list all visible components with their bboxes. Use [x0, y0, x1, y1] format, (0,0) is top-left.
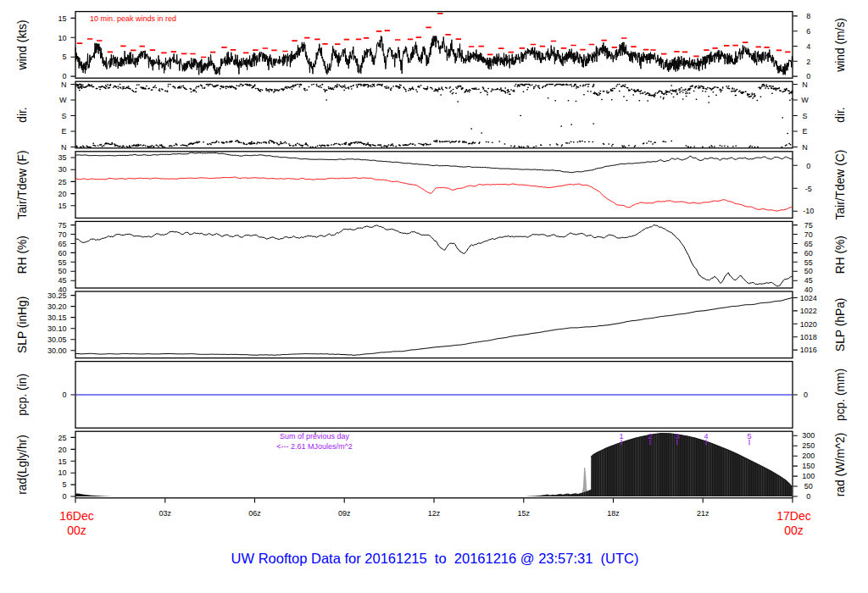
- svg-text:-10: -10: [803, 207, 814, 215]
- svg-text:1022: 1022: [800, 307, 817, 315]
- svg-text:2: 2: [806, 58, 810, 66]
- svg-text:25: 25: [58, 178, 66, 186]
- svg-text:10 min. peak winds in red: 10 min. peak winds in red: [90, 14, 176, 23]
- svg-text:1016: 1016: [800, 346, 817, 354]
- svg-text:0: 0: [806, 492, 810, 501]
- svg-text:16Dec: 16Dec: [59, 509, 93, 523]
- svg-text:5: 5: [747, 432, 751, 441]
- svg-text:E: E: [802, 127, 807, 136]
- svg-text:UW Rooftop Data for 20161215: UW Rooftop Data for 20161215 to 20161216…: [231, 551, 639, 566]
- svg-text:RH (%): RH (%): [834, 236, 847, 274]
- svg-text:Sum of previous day: Sum of previous day: [280, 432, 350, 441]
- svg-text:0: 0: [804, 391, 808, 399]
- svg-text:wind (m/s): wind (m/s): [834, 18, 847, 73]
- svg-text:0: 0: [62, 391, 66, 399]
- svg-text:6: 6: [806, 27, 810, 36]
- svg-text:rad(Lgly/hr): rad(Lgly/hr): [16, 435, 29, 495]
- svg-text:50: 50: [804, 267, 813, 275]
- svg-text:N: N: [802, 143, 808, 152]
- svg-text:60: 60: [804, 249, 813, 258]
- svg-text:SLP (inHg): SLP (inHg): [16, 296, 29, 353]
- svg-text:65: 65: [58, 240, 66, 248]
- svg-text:15: 15: [58, 14, 66, 23]
- svg-text:rad (W/m^2): rad (W/m^2): [834, 433, 847, 496]
- svg-text:dir.: dir.: [834, 107, 847, 122]
- svg-text:N: N: [802, 80, 808, 89]
- svg-text:75: 75: [804, 221, 813, 230]
- svg-text:S: S: [802, 112, 807, 120]
- svg-text:20: 20: [58, 446, 66, 454]
- svg-text:17Dec: 17Dec: [776, 509, 810, 523]
- svg-text:10: 10: [58, 34, 66, 42]
- svg-text:55: 55: [804, 258, 813, 267]
- svg-text:150: 150: [802, 462, 815, 470]
- svg-text:1024: 1024: [800, 294, 817, 302]
- svg-text:30.25: 30.25: [47, 291, 67, 300]
- svg-text:dir.: dir.: [16, 107, 29, 122]
- svg-text:30.00: 30.00: [47, 346, 67, 355]
- svg-text:4: 4: [704, 432, 708, 441]
- svg-text:Tair/Tdew (F): Tair/Tdew (F): [16, 150, 29, 219]
- svg-text:1020: 1020: [800, 320, 817, 329]
- svg-text:pcp. (mm): pcp. (mm): [834, 369, 847, 421]
- svg-text:0: 0: [62, 492, 66, 501]
- svg-text:300: 300: [802, 431, 815, 440]
- svg-text:70: 70: [804, 230, 813, 239]
- svg-text:20: 20: [58, 190, 66, 198]
- svg-text:E: E: [61, 127, 66, 136]
- svg-text:RH (%): RH (%): [16, 236, 29, 274]
- svg-text:wind (kts): wind (kts): [16, 19, 29, 70]
- svg-text:SLP (hPa): SLP (hPa): [834, 298, 847, 352]
- svg-text:03z: 03z: [159, 509, 172, 518]
- svg-text:00z: 00z: [67, 524, 86, 537]
- svg-text:N: N: [61, 80, 67, 89]
- svg-text:65: 65: [804, 240, 813, 248]
- svg-text:18z: 18z: [607, 509, 620, 518]
- svg-text:60: 60: [58, 249, 66, 258]
- svg-text:8: 8: [806, 12, 810, 20]
- svg-text:1018: 1018: [800, 333, 817, 341]
- svg-text:09z: 09z: [338, 509, 351, 518]
- svg-text:N: N: [61, 143, 67, 152]
- svg-text:00z: 00z: [784, 524, 804, 537]
- svg-text:75: 75: [58, 221, 66, 230]
- svg-text:55: 55: [58, 258, 66, 267]
- svg-text:21z: 21z: [697, 509, 709, 518]
- svg-text:200: 200: [802, 452, 815, 460]
- svg-text:4: 4: [806, 42, 810, 51]
- svg-text:W: W: [801, 96, 809, 104]
- svg-text:1: 1: [619, 432, 623, 441]
- svg-text:50: 50: [58, 267, 66, 275]
- svg-text:-5: -5: [805, 185, 812, 193]
- svg-text:06z: 06z: [248, 509, 261, 518]
- svg-text:15z: 15z: [518, 509, 531, 518]
- svg-text:0: 0: [806, 162, 810, 170]
- svg-text:12z: 12z: [428, 509, 441, 518]
- svg-text:35: 35: [58, 153, 66, 162]
- svg-text:S: S: [61, 112, 66, 120]
- svg-text:100: 100: [802, 472, 815, 480]
- svg-text:<--- 2.61 MJoules/m^2: <--- 2.61 MJoules/m^2: [276, 442, 353, 451]
- svg-text:3: 3: [675, 432, 679, 441]
- svg-text:10: 10: [58, 468, 66, 477]
- svg-text:45: 45: [804, 276, 813, 285]
- svg-text:Tair/Tdew (C): Tair/Tdew (C): [834, 150, 847, 220]
- svg-text:2: 2: [648, 432, 652, 441]
- svg-text:30.10: 30.10: [47, 324, 67, 333]
- svg-text:30.05: 30.05: [47, 335, 67, 344]
- svg-text:30.15: 30.15: [47, 313, 67, 322]
- svg-text:25: 25: [58, 434, 66, 442]
- svg-text:50: 50: [804, 482, 813, 490]
- svg-text:250: 250: [802, 441, 815, 450]
- svg-text:30: 30: [58, 165, 66, 174]
- svg-text:15: 15: [58, 457, 66, 466]
- svg-text:5: 5: [62, 53, 66, 61]
- svg-text:15: 15: [58, 202, 66, 210]
- svg-text:pcp. (in): pcp. (in): [16, 374, 29, 416]
- svg-text:W: W: [59, 96, 67, 104]
- svg-text:5: 5: [62, 480, 66, 489]
- svg-text:70: 70: [58, 230, 66, 239]
- svg-text:30.20: 30.20: [47, 302, 67, 311]
- svg-text:45: 45: [58, 276, 66, 285]
